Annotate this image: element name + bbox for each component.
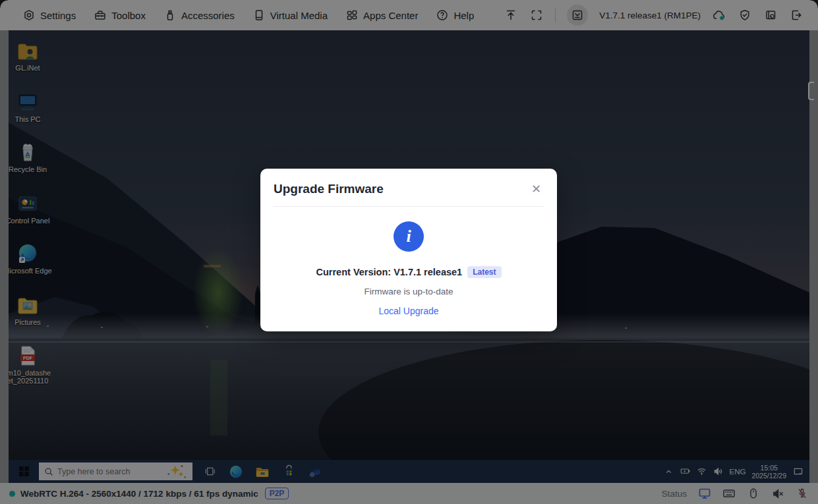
dialog-body: i Current Version: V1.7.1 release1Latest… bbox=[260, 207, 557, 331]
firmware-status-text: Firmware is up-to-date bbox=[276, 287, 541, 296]
dialog-header: Upgrade Firmware ✕ bbox=[260, 169, 557, 206]
dialog-title: Upgrade Firmware bbox=[274, 182, 384, 196]
close-icon[interactable]: ✕ bbox=[531, 183, 541, 195]
kvm-app-window: Settings Toolbox Accessories Virtual Med… bbox=[0, 0, 818, 504]
info-icon: i bbox=[394, 221, 424, 252]
current-version-row: Current Version: V1.7.1 release1Latest bbox=[276, 266, 541, 278]
latest-badge: Latest bbox=[467, 266, 501, 278]
upgrade-firmware-dialog: Upgrade Firmware ✕ i Current Version: V1… bbox=[260, 169, 557, 331]
current-version-text: Current Version: V1.7.1 release1 bbox=[316, 267, 463, 277]
local-upgrade-link[interactable]: Local Upgrade bbox=[378, 306, 438, 316]
